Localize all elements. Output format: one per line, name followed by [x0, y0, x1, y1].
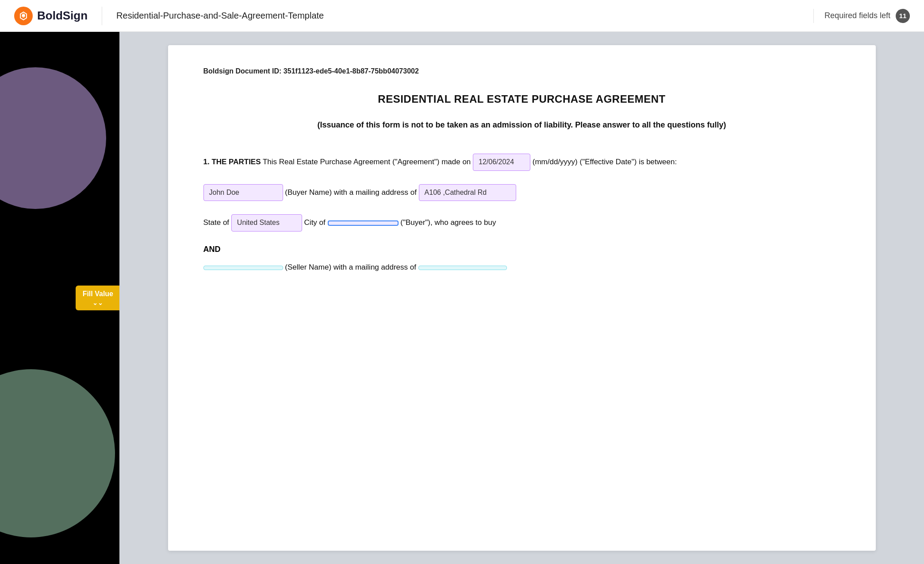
required-fields-label: Required fields left	[824, 11, 890, 20]
seller-name-label: (Seller Name) with a mailing address of	[285, 263, 416, 271]
buyer-name-field[interactable]: John Doe	[203, 184, 283, 201]
state-city-section: State of United States City of ("Buyer")…	[203, 214, 840, 232]
document-subtitle: (Issuance of this form is not to be take…	[203, 119, 840, 131]
logo-text: BoldSign	[37, 9, 88, 23]
buyer-agreement-label: ("Buyer"), who agrees to buy	[400, 218, 496, 227]
buyer-section: John Doe (Buyer Name) with a mailing add…	[203, 184, 840, 201]
required-fields-badge: 11	[896, 9, 910, 23]
required-fields-container: Required fields left 11	[813, 9, 910, 23]
left-panel: Fill Value ⌄⌄	[0, 32, 119, 564]
state-label: State of	[203, 218, 230, 227]
city-label: City of	[304, 218, 326, 227]
section-1: 1. THE PARTIES This Real Estate Purchase…	[203, 154, 840, 171]
decorative-circle-purple	[0, 67, 106, 209]
logo-icon	[14, 7, 33, 25]
header: BoldSign Residential-Purchase-and-Sale-A…	[0, 0, 924, 32]
seller-address-field[interactable]	[418, 266, 507, 270]
buyer-city-field[interactable]	[328, 220, 399, 226]
fill-value-button[interactable]: Fill Value ⌄⌄	[76, 286, 119, 310]
decorative-circle-green	[0, 369, 115, 537]
section-1-text1: This Real Estate Purchase Agreement ("Ag…	[261, 158, 473, 166]
document-container: Boldsign Document ID: 351f1123-ede5-40e1…	[168, 45, 876, 551]
buyer-state-field[interactable]: United States	[231, 214, 302, 232]
section-1-heading: 1. THE PARTIES	[203, 158, 261, 166]
seller-name-field[interactable]	[203, 266, 283, 270]
document-title: Residential-Purchase-and-Sale-Agreement-…	[116, 11, 813, 21]
section-1-text2: (mm/dd/yyyy) ("Effective Date") is betwe…	[530, 158, 677, 166]
effective-date-field[interactable]: 12/06/2024	[473, 154, 530, 171]
main-area: Fill Value ⌄⌄ Boldsign Document ID: 351f…	[0, 32, 924, 564]
buyer-address-field[interactable]: A106 ,Cathedral Rd	[419, 184, 516, 201]
document-title-heading: RESIDENTIAL REAL ESTATE PURCHASE AGREEME…	[203, 93, 840, 105]
fill-value-label: Fill Value	[83, 290, 113, 298]
buyer-name-label: (Buyer Name) with a mailing address of	[285, 188, 417, 196]
and-heading: AND	[203, 245, 840, 254]
document-id: Boldsign Document ID: 351f1123-ede5-40e1…	[203, 67, 840, 75]
logo-container: BoldSign	[14, 7, 102, 25]
seller-section: (Seller Name) with a mailing address of	[203, 261, 840, 274]
chevrons-icon: ⌄⌄	[92, 300, 103, 306]
document-area: Boldsign Document ID: 351f1123-ede5-40e1…	[119, 32, 924, 564]
